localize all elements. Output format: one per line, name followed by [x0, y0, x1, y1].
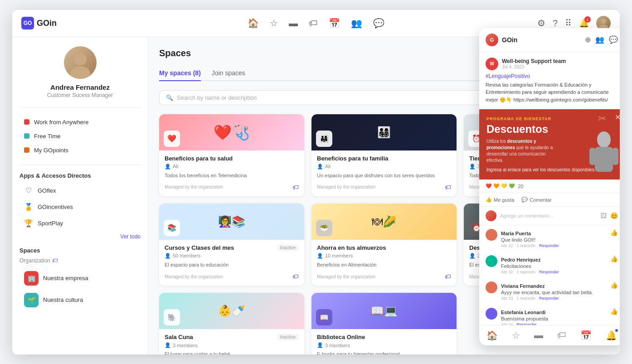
- like-icon-maria[interactable]: 👍: [610, 229, 618, 248]
- notifications-icon[interactable]: 🔔 1: [579, 18, 589, 28]
- sidebar-space-nuestra-empresa[interactable]: 🏢 Nuestra empresa: [19, 267, 141, 289]
- app-item-goflex[interactable]: ♡ GOflex: [19, 183, 141, 199]
- logo-icon[interactable]: GO: [21, 17, 34, 29]
- avatar-pedro: [486, 255, 497, 267]
- profile-avatar[interactable]: [64, 46, 97, 79]
- card-members-salud: 👤All: [165, 164, 299, 170]
- reaction-count: 20: [518, 184, 523, 189]
- people-nav-icon[interactable]: 👥: [351, 18, 362, 29]
- panel-footer: 🏠 ☆ ▬ 🏷 📅 🔔: [479, 325, 620, 345]
- comment-text-maria: Que lindo GOI!!: [501, 237, 607, 243]
- like-icon: 👍: [486, 197, 492, 203]
- space-card-familia[interactable]: 👨‍👩‍👧‍👦 👨‍👩‍👧 Beneficios para tu familia…: [311, 114, 457, 196]
- managed-label-almuerzos: Managed by the organization: [317, 274, 375, 279]
- card-icon-cursos: 📚: [164, 220, 180, 236]
- help-icon[interactable]: ?: [553, 18, 558, 29]
- footer-calendar-icon[interactable]: 📅: [580, 330, 592, 341]
- space-card-cursos[interactable]: 👩‍🏫📚 📚 Cursos y Clases del mes Inactive …: [159, 204, 304, 286]
- home-nav-icon[interactable]: 🏠: [248, 18, 259, 29]
- footer-notification-dot: [615, 329, 618, 332]
- profile-role: Customer Sucess Manager: [19, 92, 141, 98]
- tags-nav-icon[interactable]: 🏷: [309, 18, 318, 29]
- space-card-salud[interactable]: ❤️🩺 ❤️ Beneficios para tu salud 👤All Tod…: [159, 114, 304, 196]
- space-card-almuerzos[interactable]: 🍽🌽 🥗 Ahorra en tus almuerzos 👤10 members…: [311, 204, 457, 286]
- app-name: GOin: [37, 19, 57, 28]
- tab-join-spaces[interactable]: Join spaces: [212, 66, 245, 81]
- spaces-section-title: Spaces: [19, 247, 141, 254]
- profile-name: Andrea Fernandez: [19, 83, 141, 91]
- managed-label-familia: Managed by the organization: [317, 184, 375, 189]
- goflex-label: GOflex: [38, 187, 56, 194]
- comment-icon: 💬: [521, 197, 528, 203]
- post-text: Revisa las categorías Formación & Educac…: [486, 81, 618, 104]
- card-members-biblioteca: 👤3 members: [317, 342, 451, 348]
- comment-button[interactable]: 💬 Comentar: [521, 197, 551, 203]
- nuestra-cultura-label: Nuestra cultura: [43, 296, 83, 303]
- dot-teal: [24, 133, 29, 139]
- sidebar-item-free-time[interactable]: Free Time: [19, 129, 141, 143]
- sidebar-item-work-from-anywhere[interactable]: Work from Anywhere: [19, 115, 141, 129]
- search-box[interactable]: 🔍 Search by name or description: [159, 90, 531, 105]
- favorites-nav-icon[interactable]: ☆: [270, 18, 278, 29]
- card-title-salud: Beneficios para tu salud: [165, 155, 233, 162]
- comment-content-maria: María Puerta Que lindo GOI!! Abr 22 1 re…: [501, 229, 607, 248]
- comment-user-pedro: Pedro Henriquez: [501, 257, 540, 262]
- chat-nav-icon[interactable]: 💬: [373, 18, 384, 29]
- nuestra-empresa-icon: 🏢: [24, 271, 39, 286]
- sidebar-item-my-gopoints[interactable]: My GOpoints: [19, 143, 141, 157]
- footer-favorites-icon[interactable]: ☆: [512, 330, 520, 341]
- ver-todo-link[interactable]: Ver todo: [19, 233, 141, 240]
- panel-people-icon[interactable]: 👥: [595, 35, 604, 44]
- org-label: Organization 🏷: [19, 257, 141, 264]
- card-icon-salud: ❤️: [164, 131, 180, 147]
- card-desc-cursos: El espacio para tu educación: [165, 262, 299, 268]
- footer-spaces-icon[interactable]: ▬: [534, 330, 543, 341]
- footer-notifications-icon[interactable]: 🔔: [606, 330, 617, 341]
- org-bookmark-icon: 🏷: [52, 257, 58, 264]
- comment-content-estefania: Estefania Leonardi Buenísima propuesta A…: [501, 308, 607, 325]
- app-item-goincentives[interactable]: 🏅 GOincentives: [19, 199, 141, 215]
- inactive-badge-cursos: Inactive: [277, 244, 299, 251]
- footer-home-icon[interactable]: 🏠: [486, 330, 498, 341]
- sidebar-space-nuestra-cultura[interactable]: 🌱 Nuestra cultura: [19, 289, 141, 311]
- avatar-viviana: [486, 281, 497, 293]
- post-section: W Well-being Support team Jul 4, 2023 #L…: [479, 52, 620, 110]
- like-button[interactable]: 👍 Me gusta: [486, 197, 514, 203]
- card-icon-familia: 👨‍👩‍👧: [316, 131, 332, 147]
- spaces-nav-icon[interactable]: ▬: [289, 18, 298, 29]
- bookmark-icon-almuerzos: 🏷: [445, 273, 451, 280]
- like-icon-pedro[interactable]: 👍: [610, 255, 618, 274]
- space-card-biblioteca[interactable]: 📖💻 📖 Biblioteca Online 👤3 members E-book…: [311, 293, 457, 354]
- comment-item-pedro: Pedro Henriquez Felicitaciones Abr 22 1 …: [479, 252, 620, 278]
- card-icon-sala-cuna: 🐘: [164, 309, 180, 325]
- card-icon-biblioteca: 📖: [316, 309, 332, 325]
- card-footer-cursos: Managed by the organization 🏷: [165, 273, 299, 280]
- tab-my-spaces[interactable]: My spaces (8): [159, 66, 201, 81]
- apps-grid-icon[interactable]: ⠿: [565, 18, 572, 29]
- app-item-sportplay[interactable]: 🏆 SportPlay: [19, 215, 141, 232]
- space-card-sala-cuna[interactable]: 👶🍼 🐘 Sala Cuna Inactive 👤3 members El lu…: [159, 293, 304, 354]
- card-footer-almuerzos: Managed by the organization 🏷: [317, 273, 451, 280]
- card-image-salud: ❤️🩺 ❤️: [159, 114, 304, 150]
- panel-add-icon[interactable]: ⊕: [585, 35, 591, 44]
- comment-input[interactable]: Agrega un comentario...: [500, 213, 597, 218]
- card-icon-almuerzos: 🥗: [316, 220, 332, 236]
- inactive-badge-sala-cuna: Inactive: [277, 334, 299, 340]
- comment-item-maria: María Puerta Que lindo GOI!! Abr 22 1 re…: [479, 225, 620, 252]
- card-members-sala-cuna: 👤3 members: [165, 342, 299, 348]
- card-image-almuerzos: 🍽🌽 🥗: [311, 204, 457, 240]
- like-icon-viviana[interactable]: 👍: [610, 281, 618, 301]
- calendar-nav-icon[interactable]: 📅: [329, 18, 340, 29]
- goflex-icon: ♡: [24, 186, 33, 195]
- panel-chat-icon[interactable]: 💬: [609, 35, 618, 44]
- card-desc-biblioteca: E-books para tu bienestar profesional: [317, 351, 451, 354]
- card-image-biblioteca: 📖💻 📖: [311, 293, 457, 329]
- settings-icon[interactable]: ⚙: [537, 18, 545, 29]
- bookmark-icon-salud: 🏷: [292, 184, 299, 191]
- post-date: Jul 4, 2023: [502, 64, 566, 69]
- post-hashtag: #LenguajePositivo: [486, 73, 618, 79]
- footer-tags-icon[interactable]: 🏷: [557, 330, 566, 341]
- svg-rect-5: [595, 147, 613, 172]
- sidebar-menu: Work from Anywhere Free Time My GOpoints: [19, 115, 141, 165]
- like-icon-estefania[interactable]: 👍: [610, 308, 618, 325]
